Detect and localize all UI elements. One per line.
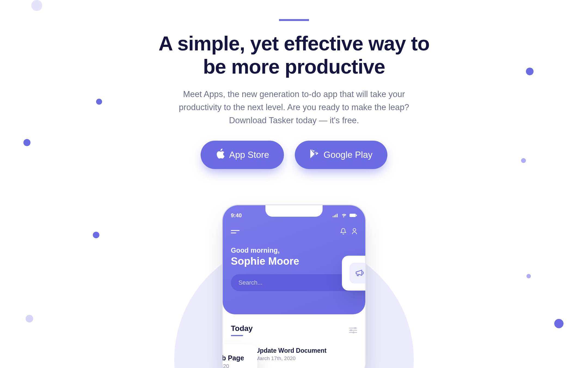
greeting-text: Good morning, bbox=[231, 246, 357, 254]
menu-icon[interactable] bbox=[231, 230, 240, 233]
google-play-label: Google Play bbox=[323, 150, 372, 160]
task-title: Update Word Document bbox=[255, 347, 357, 354]
bell-icon[interactable] bbox=[340, 228, 346, 236]
section-underline bbox=[231, 335, 243, 336]
decorative-dot bbox=[31, 0, 42, 11]
card-title: Update Web Page bbox=[222, 354, 244, 362]
card-date: March 17th, 2020 bbox=[222, 363, 244, 368]
search-input[interactable]: Search... bbox=[231, 274, 357, 291]
hero-headline: A simple, yet effective way to be more p… bbox=[158, 32, 430, 78]
phone-notch bbox=[265, 205, 323, 217]
app-store-button[interactable]: App Store bbox=[201, 141, 284, 169]
decorative-dot bbox=[96, 99, 102, 105]
decorative-dot bbox=[23, 139, 30, 146]
svg-rect-5 bbox=[356, 215, 357, 216]
apple-icon bbox=[216, 148, 225, 161]
svg-rect-3 bbox=[337, 214, 338, 217]
task-card-left[interactable]: Update Web Page March 17th, 2020 bbox=[222, 344, 257, 368]
battery-icon bbox=[350, 212, 357, 219]
svg-rect-2 bbox=[335, 215, 336, 217]
svg-rect-4 bbox=[350, 214, 356, 217]
svg-point-6 bbox=[353, 228, 356, 231]
user-name: Sophie Moore bbox=[231, 255, 357, 267]
phone-time: 9:40 bbox=[231, 212, 242, 219]
hero-subtext: Meet Apps, the new generation to-do app … bbox=[177, 88, 411, 127]
accent-bar bbox=[279, 19, 309, 21]
task-date: March 17th, 2020 bbox=[255, 355, 357, 361]
search-placeholder: Search... bbox=[238, 279, 262, 286]
svg-rect-0 bbox=[333, 216, 333, 217]
filter-icon[interactable] bbox=[349, 328, 357, 333]
google-play-button[interactable]: Google Play bbox=[295, 141, 387, 169]
app-store-label: App Store bbox=[229, 150, 269, 160]
decorative-dot bbox=[521, 158, 526, 163]
section-title: Today bbox=[231, 324, 253, 333]
signal-icon bbox=[333, 212, 339, 219]
user-icon[interactable] bbox=[352, 228, 357, 236]
megaphone-icon bbox=[350, 263, 366, 283]
google-play-icon bbox=[310, 149, 319, 161]
wifi-icon bbox=[341, 212, 347, 219]
phone-mockup: 9:40 bbox=[222, 204, 366, 368]
hero-illustration: 9:40 bbox=[0, 204, 588, 368]
task-card-right[interactable]: Plan Ad Campaign March 18th, 2020 bbox=[342, 256, 366, 291]
cta-buttons: App Store Google Play bbox=[201, 141, 388, 169]
decorative-dot bbox=[526, 68, 534, 75]
svg-rect-1 bbox=[334, 215, 335, 217]
